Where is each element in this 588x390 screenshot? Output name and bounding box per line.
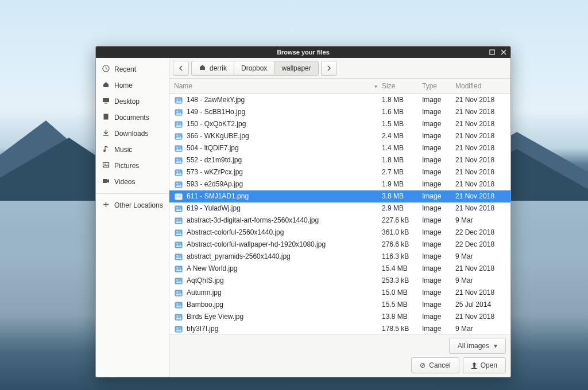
- breadcrumb-overflow-button[interactable]: [321, 61, 337, 76]
- column-header-name[interactable]: Name ▾: [174, 82, 382, 90]
- image-file-icon: [174, 325, 183, 333]
- file-modified: 21 Nov 2018: [455, 155, 506, 165]
- file-modified: 21 Nov 2018: [455, 180, 506, 189]
- breadcrumb-segment[interactable]: wallpaper: [274, 61, 318, 76]
- file-size: 1.6 MB: [382, 107, 422, 117]
- close-icon[interactable]: [500, 49, 507, 56]
- file-modified: 21 Nov 2018: [455, 264, 506, 274]
- file-name: 619 - YuladWj.jpg: [187, 204, 382, 213]
- image-file-icon: [174, 301, 183, 309]
- file-name: bIy3I7I.jpg: [187, 324, 382, 334]
- image-file-icon: [174, 145, 183, 153]
- file-size: 1.5 MB: [382, 119, 422, 129]
- file-name: 504 - ltQDlF7.jpg: [187, 143, 382, 153]
- svg-rect-4: [103, 98, 109, 102]
- column-header-type[interactable]: Type: [422, 82, 455, 90]
- sidebar-item-label: Pictures: [114, 162, 139, 170]
- image-file-icon: [174, 265, 183, 273]
- file-size: 178.5 kB: [382, 324, 422, 334]
- toolbar: derrikDropboxwallpaper: [169, 58, 510, 79]
- file-size: 1.8 MB: [382, 155, 422, 165]
- file-row[interactable]: 573 - wKZrPcx.jpg2.7 MBImage21 Nov 2018: [169, 166, 510, 178]
- file-name: A New World.jpg: [187, 264, 382, 274]
- chevron-down-icon: ▾: [494, 342, 497, 350]
- file-name: abstract_pyramids-2560x1440.jpg: [187, 252, 382, 262]
- file-size: 15.4 MB: [382, 264, 422, 274]
- svg-point-16: [177, 123, 178, 124]
- file-row[interactable]: 593 - e2d59Ap.jpg1.9 MBImage21 Nov 2018: [169, 178, 510, 190]
- file-type: Image: [422, 131, 455, 141]
- file-row[interactable]: Abstract-colorful-wallpaper-hd-1920x1080…: [169, 239, 510, 251]
- image-file-icon: [174, 277, 183, 285]
- file-row[interactable]: Autumn.jpg15.0 MBImage21 Nov 2018: [169, 287, 510, 299]
- file-row[interactable]: Abstract-colorful-2560x1440.jpg361.0 kBI…: [169, 227, 510, 239]
- sidebar-item-videos[interactable]: Videos: [96, 174, 169, 190]
- file-size: 1.9 MB: [382, 180, 422, 189]
- file-type: Image: [422, 240, 455, 249]
- svg-point-18: [177, 135, 178, 136]
- file-modified: 21 Nov 2018: [455, 288, 506, 298]
- sidebar-item-other-locations[interactable]: Other Locations: [96, 197, 169, 213]
- file-row[interactable]: Bamboo.jpg15.5 MBImage25 Jul 2014: [169, 299, 510, 311]
- clock-icon: [102, 65, 110, 74]
- file-list[interactable]: 148 - 2awMekY.jpg1.8 MBImage21 Nov 20181…: [169, 94, 510, 334]
- file-row[interactable]: 366 - WKKgUBE.jpg2.4 MBImage21 Nov 2018: [169, 130, 510, 142]
- sidebar-item-downloads[interactable]: Downloads: [96, 126, 169, 142]
- file-row[interactable]: 148 - 2awMekY.jpg1.8 MBImage21 Nov 2018: [169, 94, 510, 106]
- file-type: Image: [422, 312, 455, 322]
- file-modified: 25 Jul 2014: [455, 300, 506, 310]
- column-header-modified[interactable]: Modified: [455, 82, 506, 90]
- file-type-filter[interactable]: All images ▾: [449, 338, 506, 354]
- file-modified: 9 Mar: [455, 276, 506, 286]
- file-type: Image: [422, 228, 455, 237]
- file-row[interactable]: A New World.jpg15.4 MBImage21 Nov 2018: [169, 263, 510, 275]
- music-icon: [102, 145, 110, 154]
- sidebar-item-home[interactable]: Home: [96, 77, 169, 93]
- breadcrumb-segment[interactable]: Dropbox: [234, 61, 274, 76]
- file-modified: 22 Dec 2018: [455, 228, 506, 237]
- svg-point-28: [177, 195, 178, 196]
- file-row[interactable]: bIy3I7I.jpg178.5 kBImage9 Mar: [169, 323, 510, 334]
- file-row[interactable]: abstract_pyramids-2560x1440.jpg116.3 kBI…: [169, 251, 510, 263]
- svg-point-38: [177, 255, 178, 256]
- file-row[interactable]: 611 - SMJ1AD1.png3.8 MBImage21 Nov 2018: [169, 190, 510, 202]
- maximize-icon[interactable]: [489, 49, 496, 56]
- sidebar-item-pictures[interactable]: Pictures: [96, 158, 169, 174]
- file-row[interactable]: 504 - ltQDlF7.jpg1.4 MBImage21 Nov 2018: [169, 142, 510, 154]
- file-modified: 21 Nov 2018: [455, 107, 506, 117]
- file-row[interactable]: 149 - ScBB1Ho.jpg1.6 MBImage21 Nov 2018: [169, 106, 510, 118]
- cancel-button[interactable]: ⊘ Cancel: [411, 357, 459, 373]
- breadcrumb-segment[interactable]: derrik: [191, 61, 234, 76]
- footer: All images ▾ ⊘ Cancel ⬆ Open: [169, 334, 510, 377]
- sidebar-item-desktop[interactable]: Desktop: [96, 93, 169, 110]
- file-modified: 9 Mar: [455, 252, 506, 262]
- sidebar-item-label: Recent: [114, 65, 136, 73]
- image-file-icon: [174, 132, 183, 141]
- sidebar-separator: [96, 193, 169, 194]
- file-modified: 21 Nov 2018: [455, 143, 506, 153]
- file-size: 3.8 MB: [382, 192, 422, 201]
- file-row[interactable]: 150 - QxQbKT2.jpg1.5 MBImage21 Nov 2018: [169, 118, 510, 130]
- back-button[interactable]: [173, 61, 189, 76]
- column-header-size[interactable]: Size: [382, 82, 422, 90]
- svg-point-34: [177, 231, 178, 232]
- image-file-icon: [174, 205, 183, 213]
- file-row[interactable]: 552 - dz1m9td.jpg1.8 MBImage21 Nov 2018: [169, 154, 510, 166]
- file-size: 361.0 kB: [382, 228, 422, 237]
- file-row[interactable]: 619 - YuladWj.jpg2.9 MBImage21 Nov 2018: [169, 202, 510, 214]
- open-button[interactable]: ⬆ Open: [463, 357, 506, 373]
- file-row[interactable]: abstract-3d-digital-art-forms-2560x1440.…: [169, 214, 510, 227]
- sidebar-item-documents[interactable]: Documents: [96, 110, 169, 126]
- file-name: abstract-3d-digital-art-forms-2560x1440.…: [187, 216, 382, 225]
- svg-point-42: [177, 279, 178, 280]
- image-file-icon: [174, 157, 183, 165]
- file-name: 366 - WKKgUBE.jpg: [187, 131, 382, 141]
- svg-point-40: [177, 267, 178, 268]
- image-file-icon: [174, 169, 183, 177]
- window-title: Browse your files: [277, 49, 330, 56]
- sidebar-item-music[interactable]: Music: [96, 142, 169, 158]
- file-row[interactable]: Birds Eye View.jpg13.8 MBImage21 Nov 201…: [169, 311, 510, 323]
- sidebar-item-recent[interactable]: Recent: [96, 61, 169, 77]
- file-row[interactable]: AqtQhIS.jpg253.3 kBImage9 Mar: [169, 275, 510, 287]
- file-type: Image: [422, 143, 455, 153]
